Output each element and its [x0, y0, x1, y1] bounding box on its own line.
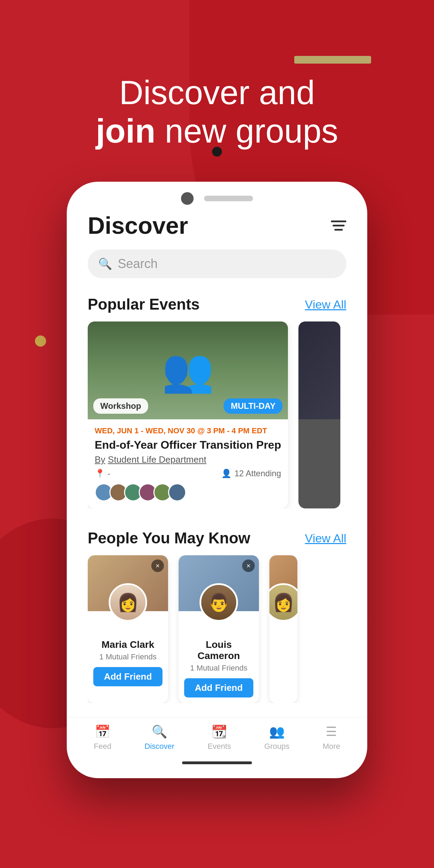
filter-button[interactable] [331, 220, 346, 231]
events-icon: 📆 [211, 724, 227, 739]
attendee-avatars [95, 483, 281, 501]
people-list: × 👩 Maria Clark 1 Mutual Friends Add Fri… [88, 555, 346, 703]
feed-icon: 📅 [95, 724, 110, 739]
person-card-louis[interactable]: × 👨 Louis Cameron 1 Mutual Friends Add F… [179, 555, 259, 703]
nav-groups[interactable]: 👥 Groups [264, 724, 289, 751]
avatar-maria: 👩 [109, 583, 147, 622]
person-mutual-louis: 1 Mutual Friends [184, 664, 253, 673]
phone-speaker [204, 196, 253, 201]
app-header: Discover [88, 212, 346, 239]
accent-bar [294, 56, 371, 64]
nav-feed[interactable]: 📅 Feed [94, 724, 111, 751]
person-info-maria: Maria Clark 1 Mutual Friends Add Friend [88, 636, 168, 692]
event-details-row: 📍 - 👤 12 Attending [95, 469, 281, 478]
filter-line-3 [334, 229, 343, 231]
nav-discover-label: Discover [145, 742, 175, 751]
workshop-badge: Workshop [93, 398, 148, 414]
avatar-louis-inner: 👨 [201, 585, 236, 620]
dot-top [212, 147, 222, 157]
search-input[interactable]: Search [118, 256, 158, 271]
person-mutual-maria: 1 Mutual Friends [93, 652, 162, 661]
people-view-all[interactable]: View All [305, 531, 346, 545]
people-section-header: People You May Know View All [88, 529, 346, 547]
discover-icon: 🔍 [152, 724, 167, 739]
event-card-1[interactable]: Workshop MULTI-DAY WED, JUN 1 - WED, NOV… [88, 321, 288, 508]
event-info: WED, JUN 1 - WED, NOV 30 @ 3 PM - 4 PM E… [88, 419, 288, 508]
hero-section: Discover and join new groups [60, 73, 374, 151]
person-name-maria: Maria Clark [93, 639, 162, 650]
event-name: End-of-Year Officer Transition Prep [95, 438, 281, 451]
home-indicator [182, 761, 252, 764]
add-friend-louis[interactable]: Add Friend [184, 678, 253, 697]
avatar-louis: 👨 [200, 583, 238, 622]
groups-icon: 👥 [269, 724, 285, 739]
bottom-nav: 📅 Feed 🔍 Discover 📆 Events 👥 Groups ☰ Mo… [67, 717, 367, 754]
nav-more-label: More [323, 742, 340, 751]
nav-events-label: Events [208, 742, 231, 751]
search-bar[interactable]: 🔍 Search [88, 249, 346, 278]
nav-events[interactable]: 📆 Events [208, 724, 231, 751]
person-info-louis: Louis Cameron 1 Mutual Friends Add Frien… [179, 636, 259, 703]
filter-line-1 [331, 220, 346, 222]
popular-events-view-all[interactable]: View All [305, 298, 346, 311]
person-name-louis: Louis Cameron [184, 639, 253, 661]
dot-bottom [211, 765, 223, 777]
search-icon: 🔍 [98, 257, 112, 270]
add-friend-maria[interactable]: Add Friend [93, 667, 162, 686]
people-section-title: People You May Know [88, 529, 250, 547]
person-card-partial: 👩 [269, 555, 297, 703]
event-organizer: By Student Life Department [95, 454, 281, 465]
event-card-image: Workshop MULTI-DAY [88, 321, 288, 419]
nav-discover[interactable]: 🔍 Discover [145, 724, 175, 751]
nav-groups-label: Groups [264, 742, 289, 751]
event-card-2-partial [298, 321, 340, 508]
events-list: Workshop MULTI-DAY WED, JUN 1 - WED, NOV… [88, 321, 346, 508]
event-attending: 👤 12 Attending [221, 469, 281, 478]
multi-day-badge: MULTI-DAY [224, 398, 282, 414]
partial-card-bg [298, 321, 340, 419]
event-location: 📍 - [95, 469, 110, 478]
more-icon: ☰ [326, 724, 337, 739]
phone-mockup: Discover 🔍 Search Popular Events View Al… [67, 182, 367, 778]
nav-feed-label: Feed [94, 742, 111, 751]
phone-camera [181, 192, 194, 205]
popular-events-header: Popular Events View All [88, 296, 346, 313]
avatar-maria-inner: 👩 [110, 585, 145, 620]
event-date: WED, JUN 1 - WED, NOV 30 @ 3 PM - 4 PM E… [95, 426, 281, 435]
app-content: Discover 🔍 Search Popular Events View Al… [67, 212, 367, 703]
avatar-third-inner: 👩 [269, 585, 297, 620]
dot-mid-left [35, 335, 46, 347]
person-card-maria[interactable]: × 👩 Maria Clark 1 Mutual Friends Add Fri… [88, 555, 168, 703]
page-title: Discover [88, 212, 188, 239]
hero-title: Discover and join new groups [60, 73, 374, 151]
filter-line-2 [333, 225, 345, 226]
phone-top-bar [67, 182, 367, 212]
attendee-6 [168, 483, 186, 501]
popular-events-title: Popular Events [88, 296, 200, 313]
nav-more[interactable]: ☰ More [323, 724, 340, 751]
avatar-third: 👩 [269, 583, 297, 622]
